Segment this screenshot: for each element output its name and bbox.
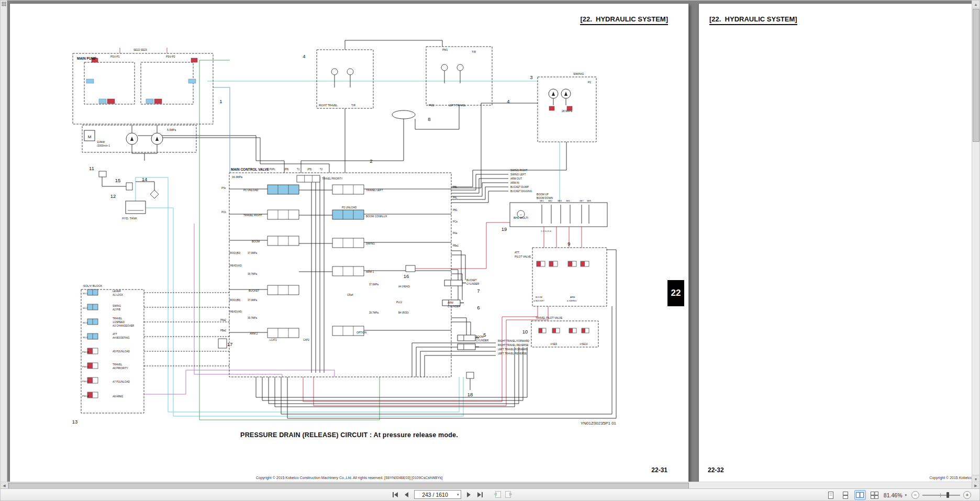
schematic-label: A7 P1UNLOAD [113,381,130,383]
page-number: 22-32 [708,466,724,474]
schematic-label: CRa4 [347,294,353,296]
callout-number: 3 [530,74,532,80]
schematic-label: ⓅSE9 [550,343,558,346]
solenoid-mark-red [191,58,197,62]
document-canvas[interactable]: [22. HYDRAULIC SYSTEM] MAIN PUMPSE22 SE2… [1,1,979,483]
schematic-box [82,125,196,152]
schematic-line [451,322,471,335]
schematic-label: PSV-P2 [166,55,175,58]
zoom-slider[interactable] [922,491,960,499]
schematic-label: ~ [520,213,522,216]
schematic-line [451,191,508,203]
schematic-line [301,119,404,173]
last-page-button[interactable] [475,490,485,499]
schematic-label: TRAVEL PRIORITY [322,177,343,180]
schematic-line [256,347,527,397]
schematic-label: PCa [453,220,458,223]
schematic-box [141,62,193,104]
schematic-label: ARM IN [510,182,519,184]
schematic-label: PLC2 [396,301,403,304]
solenoid-mark-blue [146,99,153,104]
chapter-tab: 22 [667,280,684,306]
port-symbol [331,69,338,75]
component-box [99,171,106,177]
schematic-line [136,182,154,198]
component-box [466,372,474,378]
next-page-button[interactable] [464,490,474,499]
schematic-label: CAP2 [303,339,309,341]
schematic-label: BOOM UP [537,193,549,196]
solenoid-mark-red [154,99,162,104]
callout-number: 11 [89,165,94,171]
zoom-slider-thumb[interactable] [946,492,949,498]
page-number: 22-31 [651,466,667,474]
schematic-label: SWING RIGHT [510,169,528,172]
previous-page-button[interactable] [402,490,411,499]
vertical-scrollbar[interactable]: ▲ ▼ [972,1,979,483]
copyright-line: Copyright © 2015 Kobelco Construction Ma… [10,476,688,480]
schematic-label: 39.7MPa [248,317,258,319]
pilot-valve-red-half [569,328,573,333]
schematic-label: & BUCKET [533,299,544,302]
schematic-label: A2 P/B [113,308,120,311]
previous-view-icon [494,491,501,498]
zoom-out-button[interactable]: − [911,491,919,499]
schematic-line [451,174,508,190]
first-page-button[interactable] [390,490,400,499]
schematic-line [508,142,566,170]
sidebar-splitter[interactable] [1,1,7,483]
schematic-label: ARM [570,296,575,298]
scroll-up-arrow[interactable]: ▲ [972,1,979,8]
pdf-page-right: [22. HYDRAULIC SYSTEM] 22-32 Copyright ©… [698,3,979,483]
callout-number: 15 [115,177,121,183]
drawing-number: YN01Z00235P1 01 [581,421,616,426]
status-toolbar: ▾ [1,488,979,500]
schematic-line [451,255,465,280]
schematic-label: SWING [573,72,584,75]
horizontal-scrollbar[interactable]: ◀ ▶ [1,482,979,489]
schematic-label: A3 CHANGEOVER [113,325,135,327]
zoom-level-dropdown[interactable]: 81.46% ▾ [884,492,908,498]
schematic-label: & SWING [567,299,576,302]
schematic-label: 39.7MPa [369,311,379,314]
schematic-label: RIGHT TRAVEL FORWARD [498,340,530,342]
single-page-mode-button[interactable] [825,490,837,500]
schematic-label: 28.9MPa [562,109,572,113]
next-view-button[interactable] [504,490,514,499]
next-page-icon [466,492,471,497]
schematic-label: PSV-A [82,395,89,397]
pilot-valve-red-half [537,261,541,266]
schematic-label: SV-4 [83,336,88,339]
zoom-slider-center-tick [940,493,941,497]
zoom-in-button[interactable]: + [963,491,971,499]
schematic-label: A6 PRIORITY [113,367,129,370]
schematic-label: 1/2SPEED [113,321,125,324]
callout-number: 4 [507,98,509,104]
schematic-label: (P8) [284,168,289,171]
filter-symbol [150,190,159,198]
schematic-box [73,53,213,124]
page-dropdown-caret-icon[interactable]: ▾ [455,493,461,497]
schematic-label: P2 [588,81,591,84]
two-page-mode-button[interactable] [854,490,866,500]
schematic-line [262,347,523,400]
callout-number: 19 [502,226,507,232]
two-page-continuous-mode-button[interactable] [869,490,881,500]
schematic-label: LEFT TRAVEL [449,104,466,107]
schematic-label: ARM 1 [366,270,374,273]
figure-caption: PRESSURE DRAIN (RELEASE) CIRCUIT : At pr… [10,431,688,439]
schematic-label: BHL MULTI [514,216,529,219]
schematic-label: HYD. TANK [122,217,137,220]
schematic-line [345,40,442,50]
solenoid-mark-red [107,99,115,104]
previous-view-button[interactable] [493,490,503,499]
schematic-label: ARM [448,302,453,304]
page-number-input[interactable] [415,491,455,498]
callout-number: 4 [303,53,305,59]
solenoid-mark-blue [188,79,196,83]
continuous-mode-button[interactable] [840,490,851,500]
vertical-scrollbar-thumb[interactable] [973,9,979,142]
zoom-slider-track [922,495,960,496]
schematic-label: SWING [366,242,375,245]
component-box [126,183,132,190]
